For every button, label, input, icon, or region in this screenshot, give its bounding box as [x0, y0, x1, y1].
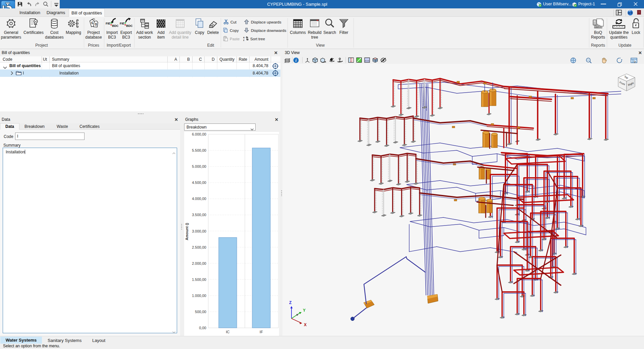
- svg-text:6.000,00: 6.000,00: [192, 132, 206, 136]
- svg-text:?: ?: [638, 11, 640, 14]
- svg-text:IF: IF: [260, 330, 263, 334]
- svg-text:1.000,00: 1.000,00: [192, 294, 206, 298]
- svg-text:z: z: [243, 39, 245, 41]
- svg-text:2.500,00: 2.500,00: [192, 245, 206, 249]
- svg-text:BDC: BDC: [112, 24, 118, 28]
- svg-text:4.500,00: 4.500,00: [192, 181, 206, 185]
- svg-text:5.000,00: 5.000,00: [192, 164, 206, 168]
- svg-text:IC: IC: [226, 330, 230, 334]
- svg-text:Y: Y: [303, 308, 306, 313]
- svg-text:BDC: BDC: [126, 24, 132, 28]
- svg-text:a: a: [243, 36, 245, 39]
- svg-text:500,00: 500,00: [195, 310, 206, 314]
- svg-text:4.000,00: 4.000,00: [192, 197, 206, 201]
- svg-text:0,00: 0,00: [199, 326, 206, 330]
- svg-text:X: X: [304, 322, 307, 327]
- svg-text:2.000,00: 2.000,00: [192, 261, 206, 265]
- svg-text:Amount (): Amount (): [185, 223, 189, 240]
- svg-text:3.000,00: 3.000,00: [192, 229, 206, 233]
- svg-text:Z: Z: [289, 300, 291, 305]
- svg-text:3.500,00: 3.500,00: [192, 213, 206, 217]
- svg-text:FIE: FIE: [106, 22, 110, 25]
- svg-text:5.500,00: 5.500,00: [192, 148, 206, 152]
- svg-text:FIE: FIE: [120, 22, 124, 25]
- svg-text:1.500,00: 1.500,00: [192, 278, 206, 282]
